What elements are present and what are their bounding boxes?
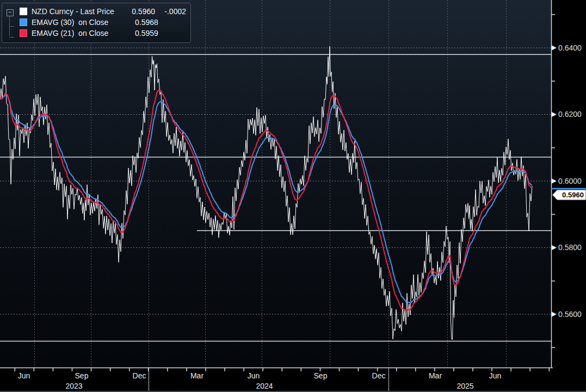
emavg30-swatch — [20, 18, 27, 26]
year-label: 2024 — [256, 382, 273, 390]
month-label: Jun — [489, 371, 502, 380]
series-label: NZD Curncy - Last Price — [32, 7, 132, 16]
legend-collapse-icon[interactable]: − — [7, 9, 14, 16]
month-label: Sep — [75, 371, 89, 380]
chart-plot-area[interactable]: 0.64000.62000.60000.58000.5600JunSepDecM… — [0, 0, 586, 392]
year-label: 2023 — [65, 382, 82, 390]
legend-panel: − NZD Curncy - Last Price 0.5960 -.0002 … — [2, 3, 191, 43]
chart-window: 0.64000.62000.60000.58000.5600JunSepDecM… — [0, 0, 586, 392]
series-value: 0.5959 — [135, 29, 169, 38]
series-label: EMAVG (30) on Close — [32, 18, 135, 27]
y-axis-label: 0.6400 — [558, 43, 582, 52]
legend-row-last-price[interactable]: NZD Curncy - Last Price 0.5960 -.0002 — [7, 6, 186, 17]
y-axis-label: 0.5800 — [558, 243, 582, 252]
legend-row-emavg21[interactable]: EMAVG (21) on Close 0.5959 — [7, 28, 186, 39]
y-axis-label: 0.6000 — [558, 177, 582, 185]
emavg21-swatch — [20, 29, 27, 37]
last-price-swatch — [20, 8, 27, 15]
month-label: Mar — [190, 371, 203, 380]
year-label: 2025 — [457, 382, 473, 390]
y-axis-label: 0.6200 — [558, 110, 582, 119]
series-change: -.0002 — [164, 7, 186, 16]
month-label: Dec — [372, 371, 386, 380]
series-value: 0.5968 — [135, 18, 169, 27]
legend-row-emavg30[interactable]: EMAVG (30) on Close 0.5968 — [7, 17, 186, 28]
last-price-badge: 0.5960 — [551, 189, 586, 200]
month-label: Mar — [429, 371, 442, 380]
plot-background — [0, 0, 551, 368]
month-label: Jun — [248, 371, 260, 380]
month-label: Jun — [18, 371, 30, 380]
month-label: Sep — [314, 371, 328, 380]
y-axis-label: 0.5600 — [558, 310, 582, 319]
series-label: EMAVG (21) on Close — [32, 29, 135, 38]
month-label: Dec — [133, 371, 146, 380]
last-price-value: 0.5960 — [562, 191, 584, 199]
series-value: 0.5960 — [132, 7, 164, 16]
